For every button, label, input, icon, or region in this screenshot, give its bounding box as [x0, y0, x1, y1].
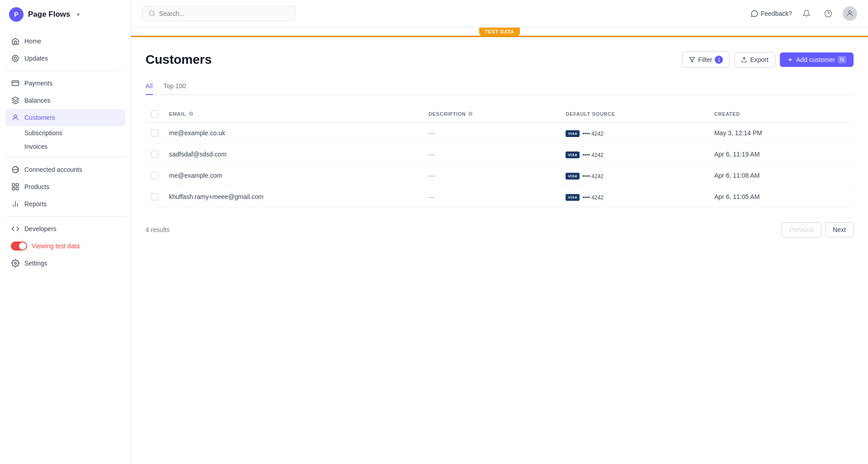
test-data-toggle-switch[interactable]: [11, 241, 27, 251]
visa-badge-1: VISA •••• 4242: [566, 152, 604, 158]
card-dots-1: •••• 4242: [582, 152, 604, 158]
payments-icon: [11, 79, 20, 88]
row-email-3[interactable]: khuffash.ramy+meee@gmail.com: [164, 186, 423, 208]
row-source-0[interactable]: VISA •••• 4242: [560, 123, 708, 144]
row-email-1[interactable]: sadfsdaf@sdsd.com: [164, 144, 423, 165]
tab-top100-label: Top 100: [164, 82, 186, 90]
card-dots-3: •••• 4242: [582, 194, 604, 201]
search-input[interactable]: [159, 10, 289, 17]
next-button[interactable]: Next: [825, 222, 854, 237]
customers-table: EMAIL ⚙ DESCRIPTION ⚙ DEFAULT SOURCE CRE…: [146, 106, 854, 208]
results-row: 4 results Previous Next: [146, 217, 854, 243]
row-checkbox-3[interactable]: [151, 193, 158, 200]
add-customer-button[interactable]: Add customer N: [780, 52, 854, 67]
email-link-1[interactable]: sadfsdaf@sdsd.com: [169, 151, 226, 158]
page-title: Customers: [146, 52, 212, 67]
row-checkbox-0[interactable]: [151, 129, 158, 137]
sidebar-item-developers[interactable]: Developers: [5, 220, 125, 237]
table-row: me@example.com — VISA •••• 4242 Apr 6, 1…: [146, 165, 854, 186]
toggle-knob: [19, 242, 26, 250]
select-all-cell: [146, 106, 164, 123]
row-email-0[interactable]: me@example.co.uk: [164, 123, 423, 144]
sidebar-item-invoices[interactable]: Invoices: [5, 140, 125, 153]
svg-point-9: [14, 262, 17, 265]
test-data-badge: TEST DATA: [479, 28, 519, 36]
email-link-0[interactable]: me@example.co.uk: [169, 129, 225, 137]
viewing-test-data-toggle[interactable]: Viewing test data: [5, 237, 125, 255]
sidebar-item-balances[interactable]: Balances: [5, 92, 125, 109]
updates-icon: [11, 54, 20, 63]
row-description-2: —: [423, 165, 560, 186]
sidebar-item-products-label: Products: [24, 183, 49, 190]
svg-point-11: [825, 10, 832, 17]
feedback-button[interactable]: Feedback?: [751, 10, 792, 17]
filter-icon: [689, 57, 695, 63]
nav-divider-3: [5, 216, 125, 217]
svg-rect-2: [12, 81, 19, 86]
table-row: khuffash.ramy+meee@gmail.com — VISA ••••…: [146, 186, 854, 208]
sidebar-item-home-label: Home: [24, 38, 41, 45]
filter-label: Filter: [698, 56, 712, 63]
sidebar-item-customers[interactable]: Customers: [5, 109, 125, 126]
sidebar-item-connected-accounts-label: Connected accounts: [24, 166, 82, 173]
email-link-3[interactable]: khuffash.ramy+meee@gmail.com: [169, 193, 264, 200]
sidebar-item-products[interactable]: Products: [5, 178, 125, 195]
row-source-3[interactable]: VISA •••• 4242: [560, 186, 708, 208]
description-column-settings-icon[interactable]: ⚙: [468, 111, 473, 117]
svg-rect-6: [16, 184, 19, 186]
test-data-banner: TEST DATA: [131, 27, 868, 37]
search-box[interactable]: [142, 6, 296, 21]
visa-badge-0: VISA •••• 4242: [566, 130, 604, 137]
row-checkbox-cell: [146, 165, 164, 186]
export-label: Export: [750, 56, 768, 63]
connected-accounts-icon: [11, 165, 20, 174]
email-link-2[interactable]: me@example.com: [169, 172, 222, 179]
sidebar-item-balances-label: Balances: [24, 97, 51, 104]
sidebar-item-subscriptions-label: Subscriptions: [24, 129, 62, 137]
row-description-1: —: [423, 144, 560, 165]
previous-button[interactable]: Previous: [782, 222, 821, 237]
tab-all-label: All: [146, 82, 153, 90]
notifications-button[interactable]: [799, 6, 814, 21]
row-checkbox-cell: [146, 186, 164, 208]
home-icon: [11, 37, 20, 46]
email-column-settings-icon[interactable]: ⚙: [189, 111, 194, 117]
sidebar-item-reports[interactable]: Reports: [5, 195, 125, 213]
filter-button[interactable]: Filter 1: [682, 52, 730, 68]
export-button[interactable]: Export: [734, 52, 775, 67]
feedback-label: Feedback?: [761, 10, 792, 17]
sidebar-item-updates[interactable]: Updates: [5, 50, 125, 67]
description-dash-3: —: [429, 193, 435, 200]
sidebar-item-settings[interactable]: Settings: [5, 255, 125, 272]
row-created-1: Apr 6, 11:19 AM: [709, 144, 854, 165]
user-icon: [846, 9, 854, 18]
tab-all[interactable]: All: [146, 79, 153, 95]
developers-icon: [11, 224, 20, 233]
svg-marker-14: [690, 57, 695, 62]
help-button[interactable]: [821, 6, 835, 21]
sidebar-item-developers-label: Developers: [24, 225, 57, 232]
select-all-checkbox[interactable]: [151, 110, 158, 118]
tab-top100[interactable]: Top 100: [164, 79, 186, 95]
add-customer-label: Add customer: [796, 56, 835, 63]
topbar-right: Feedback?: [751, 6, 857, 21]
visa-badge-3: VISA •••• 4242: [566, 194, 604, 201]
page-header: Customers Filter 1 Export Add customer N: [146, 52, 854, 68]
sidebar-item-home[interactable]: Home: [5, 33, 125, 50]
row-email-2[interactable]: me@example.com: [164, 165, 423, 186]
row-checkbox-1[interactable]: [151, 151, 158, 158]
email-column-header: EMAIL ⚙: [164, 106, 423, 123]
viewing-test-data-label: Viewing test data: [32, 242, 80, 250]
row-checkbox-2[interactable]: [151, 172, 158, 179]
sidebar: P Page Flows ▾ Home Updates Payments: [0, 0, 131, 464]
row-source-2[interactable]: VISA •••• 4242: [560, 165, 708, 186]
sidebar-item-connected-accounts[interactable]: Connected accounts: [5, 161, 125, 178]
sidebar-item-subscriptions[interactable]: Subscriptions: [5, 126, 125, 140]
sidebar-item-payments[interactable]: Payments: [5, 75, 125, 92]
nav-divider-1: [5, 71, 125, 71]
table-row: sadfsdaf@sdsd.com — VISA •••• 4242 Apr 6…: [146, 144, 854, 165]
avatar[interactable]: [843, 6, 857, 21]
sidebar-logo[interactable]: P Page Flows ▾: [0, 0, 131, 29]
svg-rect-7: [12, 188, 14, 190]
row-source-1[interactable]: VISA •••• 4242: [560, 144, 708, 165]
